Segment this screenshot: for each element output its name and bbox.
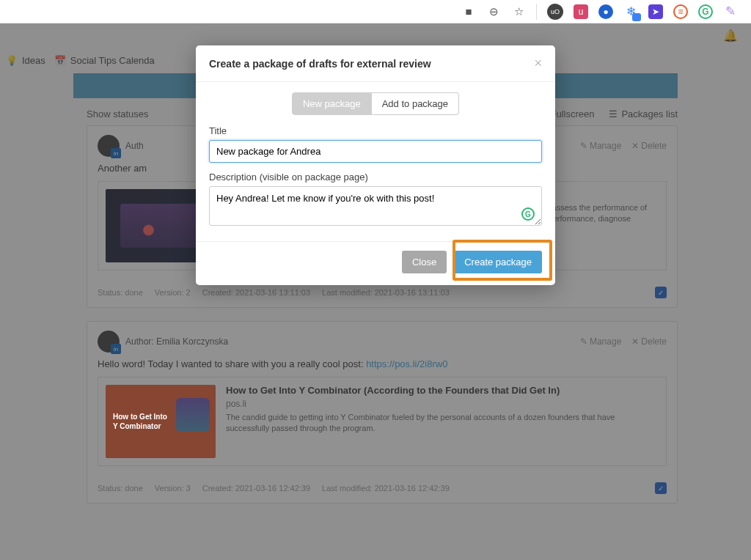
seg-new-package[interactable]: New package xyxy=(292,92,372,115)
browser-extension-bar: ■ ⊖ ☆ uO u ● ❄2 ➤ ≡ G ✎ xyxy=(0,0,751,23)
title-label: Title xyxy=(209,125,542,136)
thumb-caption: How to Get Into Y Combinator xyxy=(113,412,208,431)
close-icon[interactable]: × xyxy=(534,56,542,71)
arrow-icon[interactable]: ➤ xyxy=(648,4,663,19)
todoist-icon[interactable]: ≡ xyxy=(673,4,688,19)
feather-icon[interactable]: ✎ xyxy=(723,4,738,19)
snowflake-icon[interactable]: ❄2 xyxy=(623,4,638,19)
modal-overlay: Create a package of drafts for external … xyxy=(0,23,751,560)
seg-add-to-package[interactable]: Add to package xyxy=(372,92,459,115)
ublock-icon[interactable]: uO xyxy=(547,4,563,20)
pocket-icon[interactable]: ● xyxy=(598,4,613,19)
close-button[interactable]: Close xyxy=(402,251,447,273)
star-icon[interactable]: ☆ xyxy=(511,4,526,19)
create-package-button[interactable]: Create package xyxy=(454,251,542,273)
create-package-modal: Create a package of drafts for external … xyxy=(196,45,555,285)
description-textarea[interactable] xyxy=(209,186,542,226)
modal-title: Create a package of drafts for external … xyxy=(209,58,431,70)
separator xyxy=(536,4,537,20)
description-label: Description (visible on package page) xyxy=(209,172,542,183)
zoom-out-icon[interactable]: ⊖ xyxy=(486,4,501,19)
grammarly-badge-icon[interactable]: G xyxy=(521,207,535,221)
grammarly-icon[interactable]: G xyxy=(698,4,713,19)
userpilot-icon[interactable]: u xyxy=(574,4,588,19)
package-mode-segment: New package Add to package xyxy=(209,92,542,115)
camera-icon[interactable]: ■ xyxy=(461,4,476,19)
title-input[interactable] xyxy=(209,140,542,163)
